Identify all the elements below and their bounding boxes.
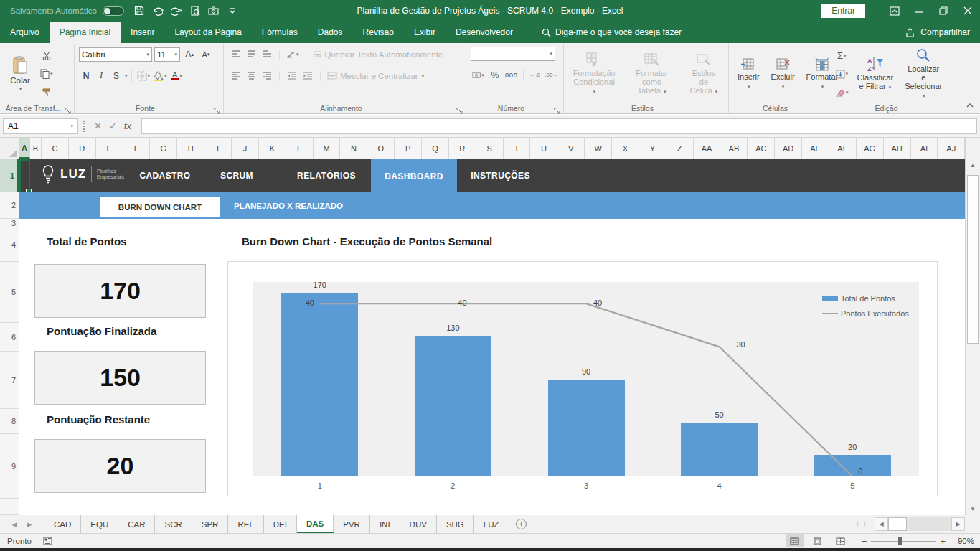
align-right-icon[interactable] xyxy=(260,68,274,83)
sheet-tab-dei[interactable]: DEI xyxy=(264,515,297,533)
print-preview-icon[interactable] xyxy=(187,3,203,19)
autosum-icon[interactable]: Σ▾ xyxy=(834,48,850,63)
column-header-b[interactable]: B xyxy=(30,138,42,159)
column-header-d[interactable]: D xyxy=(69,138,96,159)
column-header-aj[interactable]: AJ xyxy=(938,138,965,159)
page-break-view-button[interactable] xyxy=(831,534,850,547)
column-header-l[interactable]: L xyxy=(286,138,314,159)
align-left-icon[interactable] xyxy=(228,68,242,83)
sheet-tab-cad[interactable]: CAD xyxy=(44,515,81,533)
ribbon-tab-pa-gina-inicial[interactable]: Página Inicial xyxy=(50,22,121,43)
nav-item-dashboard[interactable]: DASHBOARD xyxy=(371,159,457,194)
align-bottom-icon[interactable] xyxy=(260,47,274,62)
ribbon-tab-inserir[interactable]: Inserir xyxy=(121,22,164,43)
column-header-ag[interactable]: AG xyxy=(857,138,884,159)
column-header-ad[interactable]: AD xyxy=(775,138,802,159)
tab-splitter-handle[interactable]: ⋮⋮ xyxy=(854,521,869,528)
row-header-3[interactable]: 3 xyxy=(0,219,19,227)
tell-me-search[interactable]: Diga-me o que você deseja fazer xyxy=(542,22,682,43)
font-name-select[interactable]: Calibri▾ xyxy=(79,47,152,62)
scroll-right-icon[interactable]: ▶ xyxy=(951,517,965,531)
cancel-entry-icon[interactable]: ✕ xyxy=(94,121,102,131)
scroll-down-icon[interactable]: ▼ xyxy=(966,503,980,515)
prev-sheet-icon[interactable]: ◀ xyxy=(12,521,17,528)
decrease-decimal-icon[interactable]: .00→ xyxy=(545,67,559,83)
page-layout-view-button[interactable] xyxy=(809,534,827,547)
column-header-w[interactable]: W xyxy=(585,138,612,159)
column-header-c[interactable]: C xyxy=(42,138,69,159)
copy-icon[interactable]: ▾ xyxy=(39,67,55,82)
clear-icon[interactable]: ▾ xyxy=(834,85,850,100)
ribbon-display-options-icon[interactable] xyxy=(882,0,907,22)
zoom-in-icon[interactable]: + xyxy=(940,536,946,547)
row-header-2[interactable]: 2 xyxy=(0,192,19,219)
merge-center-button[interactable]: Mesclar e Centralizar ▾ xyxy=(326,68,425,83)
name-box[interactable]: A1▾ xyxy=(3,118,78,134)
column-header-h[interactable]: H xyxy=(177,138,204,159)
paste-button[interactable]: Colar ▾ xyxy=(4,47,36,101)
row-header-8[interactable]: 8 xyxy=(0,409,19,434)
sheet-tab-luz[interactable]: LUZ xyxy=(474,515,509,533)
borders-icon[interactable]: ▾ xyxy=(136,68,152,83)
sheet-tab-spr[interactable]: SPR xyxy=(192,515,229,533)
comma-style-button[interactable]: 000 xyxy=(504,67,519,83)
column-header-ac[interactable]: AC xyxy=(748,138,775,159)
ribbon-tab-desenvolvedor[interactable]: Desenvolvedor xyxy=(446,22,523,43)
ribbon-tab-revisa-o[interactable]: Revisão xyxy=(353,22,404,43)
find-select-button[interactable]: Localizar eSelecionar ▾ xyxy=(900,47,946,101)
decrease-indent-icon[interactable] xyxy=(285,68,299,83)
align-middle-icon[interactable] xyxy=(244,47,258,62)
sheet-tab-duv[interactable]: DUV xyxy=(400,515,437,533)
formula-bar-splitter[interactable] xyxy=(83,121,85,132)
redo-icon[interactable]: ▾ xyxy=(169,3,184,19)
sheet-tab-sug[interactable]: SUG xyxy=(437,515,474,533)
selected-cell-a1[interactable] xyxy=(19,159,30,193)
column-header-g[interactable]: G xyxy=(150,138,177,159)
zoom-slider-thumb[interactable] xyxy=(898,537,902,545)
column-header-s[interactable]: S xyxy=(476,138,504,159)
font-color-icon[interactable]: A▾ xyxy=(169,68,184,83)
scroll-left-icon[interactable]: ◀ xyxy=(875,517,888,531)
column-header-v[interactable]: V xyxy=(557,138,585,159)
row-header-1[interactable]: 1 xyxy=(0,159,19,192)
scroll-up-icon[interactable]: ▲ xyxy=(966,159,980,171)
column-header-e[interactable]: E xyxy=(96,138,123,159)
sheet-tab-pvr[interactable]: PVR xyxy=(334,515,370,533)
vertical-scroll-thumb[interactable] xyxy=(967,175,979,344)
sheet-tab-ini[interactable]: INI xyxy=(370,515,400,533)
percent-style-button[interactable]: % xyxy=(488,67,502,83)
next-sheet-icon[interactable]: ▶ xyxy=(27,521,32,528)
zoom-slider-track[interactable] xyxy=(871,541,936,542)
wrap-text-button[interactable]: Quebrar Texto Automaticamente xyxy=(311,47,445,62)
font-size-select[interactable]: 11▾ xyxy=(154,47,180,62)
sort-filter-button[interactable]: AZ Classificare Filtrar ▾ xyxy=(853,47,898,101)
formula-input[interactable] xyxy=(141,118,977,134)
nav-item-relato-rios[interactable]: RELATÓRIOS xyxy=(283,159,369,192)
cut-icon[interactable] xyxy=(39,48,55,63)
new-sheet-button[interactable]: + xyxy=(509,515,534,533)
column-header-r[interactable]: R xyxy=(449,138,476,159)
format-painter-icon[interactable] xyxy=(39,85,55,100)
column-header-ai[interactable]: AI xyxy=(911,138,938,159)
conditional-formatting-button[interactable]: ≠ FormataçãoCondicional ▾ xyxy=(568,47,620,101)
chevron-down-icon[interactable]: ▾ xyxy=(125,73,128,79)
customize-qat-icon[interactable] xyxy=(225,3,240,19)
increase-indent-icon[interactable] xyxy=(301,68,315,83)
align-center-icon[interactable] xyxy=(244,68,258,83)
column-header-y[interactable]: Y xyxy=(639,138,666,159)
column-header-f[interactable]: F xyxy=(123,138,151,159)
subtab-burn-down-chart[interactable]: BURN DOWN CHART xyxy=(100,197,220,217)
undo-icon[interactable]: ▾ xyxy=(150,3,166,19)
column-header-t[interactable]: T xyxy=(504,138,531,159)
column-header-u[interactable]: U xyxy=(530,138,557,159)
number-format-select[interactable]: ▾ xyxy=(471,47,555,61)
sheet-tab-car[interactable]: CAR xyxy=(118,515,155,533)
column-header-n[interactable]: N xyxy=(340,138,367,159)
dialog-launcher-icon[interactable] xyxy=(554,104,561,111)
dialog-launcher-icon[interactable] xyxy=(214,104,221,111)
nav-item-instruc-o-es[interactable]: INSTRUÇÕES xyxy=(459,159,542,192)
ribbon-tab-dados[interactable]: Dados xyxy=(308,22,353,43)
fill-down-icon[interactable]: ▾ xyxy=(834,67,850,82)
align-top-icon[interactable] xyxy=(228,47,242,62)
row-header-9[interactable]: 9 xyxy=(0,434,19,499)
